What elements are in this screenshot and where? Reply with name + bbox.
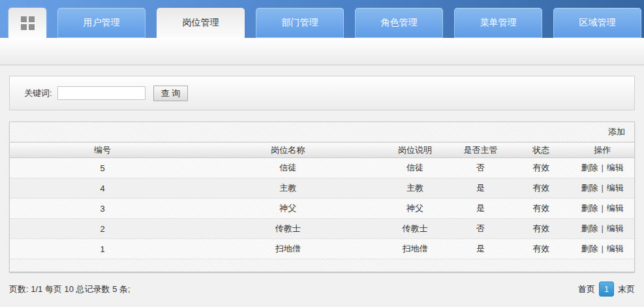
col-header-id: 编号: [10, 142, 195, 158]
col-header-status: 状态: [512, 142, 570, 158]
current-page-button[interactable]: 1: [599, 282, 614, 297]
query-button[interactable]: 查 询: [153, 86, 189, 101]
op-separator: |: [601, 163, 603, 172]
pagination-summary: 页数: 1/1 每页 10 总记录数 5 条;: [9, 283, 130, 295]
edit-link[interactable]: 编辑: [607, 244, 624, 253]
edit-link[interactable]: 编辑: [607, 223, 624, 233]
pager: 首页 1 末页: [578, 282, 635, 297]
first-page-link[interactable]: 首页: [578, 283, 595, 295]
cell-is-chief: 是: [450, 178, 512, 199]
post-table-panel: 添加 编号 岗位名称 岗位说明 是否主管 状态 操作 5 信徒 信徒 否 有效: [9, 121, 635, 272]
page-footer: 页数: 1/1 每页 10 总记录数 5 条; 首页 1 末页: [9, 282, 635, 297]
tab-role-management[interactable]: 角色管理: [355, 8, 443, 38]
table-header-row: 编号 岗位名称 岗位说明 是否主管 状态 操作: [10, 142, 634, 158]
search-panel: 关键词: 查 询: [9, 76, 635, 110]
cell-is-chief: 是: [450, 199, 512, 219]
cell-operations: 删除|编辑: [570, 158, 634, 178]
cell-id: 3: [10, 199, 195, 219]
add-link[interactable]: 添加: [608, 126, 625, 138]
cell-id: 2: [10, 219, 195, 239]
cell-desc: 信徒: [380, 158, 449, 178]
cell-is-chief: 否: [450, 158, 512, 178]
cell-id: 4: [10, 178, 195, 199]
op-separator: |: [601, 183, 603, 193]
col-header-name: 岗位名称: [195, 142, 380, 158]
cell-status: 有效: [512, 239, 570, 259]
op-separator: |: [601, 223, 603, 233]
op-separator: |: [601, 244, 603, 253]
cell-desc: 神父: [380, 199, 449, 219]
cell-desc: 主教: [380, 178, 449, 199]
tab-post-management[interactable]: 岗位管理: [157, 8, 245, 38]
tab-menu-management[interactable]: 菜单管理: [454, 8, 542, 38]
delete-link[interactable]: 删除: [581, 183, 598, 193]
cell-is-chief: 否: [450, 219, 512, 239]
col-header-operations: 操作: [570, 142, 634, 158]
cell-name: 神父: [195, 199, 380, 219]
cell-status: 有效: [512, 178, 570, 199]
table-action-row: 添加: [10, 122, 634, 142]
cell-operations: 删除|编辑: [570, 239, 634, 259]
table-row: 2 传教士 传教士 否 有效 删除|编辑: [10, 219, 634, 239]
post-table: 编号 岗位名称 岗位说明 是否主管 状态 操作 5 信徒 信徒 否 有效 删除|…: [10, 142, 634, 259]
cell-id: 1: [10, 239, 195, 259]
keyword-input[interactable]: [57, 86, 146, 100]
delete-link[interactable]: 删除: [581, 163, 598, 172]
edit-link[interactable]: 编辑: [607, 203, 624, 213]
cell-id: 5: [10, 158, 195, 178]
keyword-label: 关键词:: [24, 88, 52, 99]
col-header-desc: 岗位说明: [380, 142, 449, 158]
delete-link[interactable]: 删除: [581, 244, 598, 253]
toolbar-strip: [0, 38, 644, 65]
op-separator: |: [601, 203, 603, 213]
cell-name: 扫地僧: [195, 239, 380, 259]
delete-link[interactable]: 删除: [581, 223, 598, 233]
cell-operations: 删除|编辑: [570, 219, 634, 239]
delete-link[interactable]: 删除: [581, 203, 598, 213]
col-header-is-chief: 是否主管: [450, 142, 512, 158]
home-tab[interactable]: [8, 8, 46, 38]
edit-link[interactable]: 编辑: [607, 183, 624, 193]
table-row: 1 扫地僧 扫地僧 是 有效 删除|编辑: [10, 239, 634, 259]
cell-status: 有效: [512, 158, 570, 178]
cell-status: 有效: [512, 219, 570, 239]
tab-user-management[interactable]: 用户管理: [57, 8, 146, 38]
edit-link[interactable]: 编辑: [607, 163, 624, 172]
cell-status: 有效: [512, 199, 570, 219]
cell-operations: 删除|编辑: [570, 178, 634, 199]
cell-name: 主教: [195, 178, 380, 199]
cell-name: 传教士: [195, 219, 380, 239]
cell-desc: 扫地僧: [380, 239, 449, 259]
grid-icon: [21, 16, 35, 30]
table-bottom-strip: [10, 259, 634, 272]
last-page-link[interactable]: 末页: [618, 283, 635, 295]
table-row: 3 神父 神父 是 有效 删除|编辑: [10, 199, 634, 219]
top-nav-bar: 用户管理 岗位管理 部门管理 角色管理 菜单管理 区域管理: [0, 0, 644, 38]
tab-area-management[interactable]: 区域管理: [553, 8, 641, 38]
table-row: 4 主教 主教 是 有效 删除|编辑: [10, 178, 634, 199]
cell-name: 信徒: [195, 158, 380, 178]
cell-is-chief: 是: [450, 239, 512, 259]
table-row: 5 信徒 信徒 否 有效 删除|编辑: [10, 158, 634, 178]
cell-operations: 删除|编辑: [570, 199, 634, 219]
cell-desc: 传教士: [380, 219, 449, 239]
tab-department-management[interactable]: 部门管理: [256, 8, 344, 38]
